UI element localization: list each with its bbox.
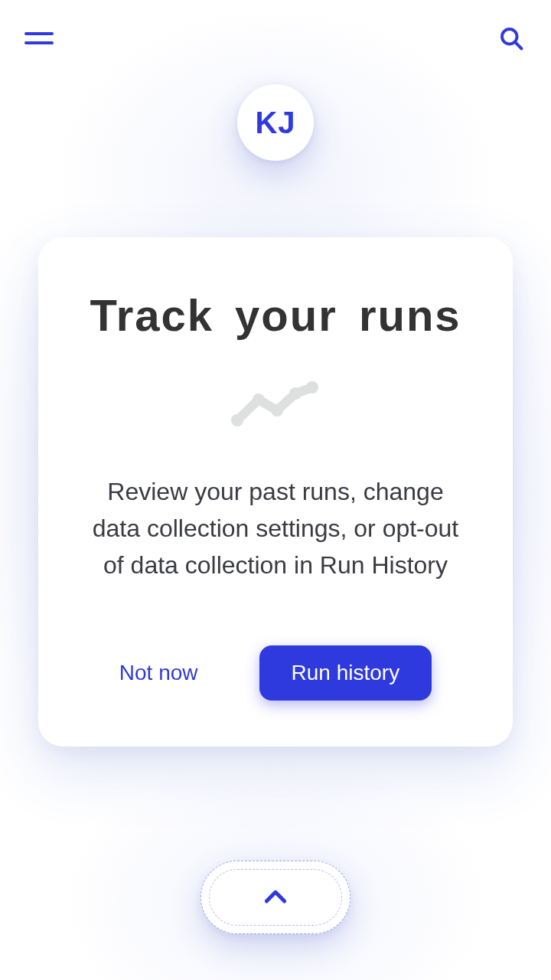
svg-point-5 [289,387,302,400]
avatar[interactable]: KJ [237,84,314,161]
svg-point-4 [271,404,283,416]
svg-point-3 [253,394,265,406]
not-now-button[interactable]: Not now [119,661,198,685]
card-body-text: Review your past runs, change data colle… [92,473,459,583]
card-actions: Not now Run history [80,645,471,708]
menu-icon[interactable] [24,23,55,54]
svg-line-1 [515,42,522,49]
svg-point-6 [306,381,318,394]
track-runs-card: Track your runs Review your past runs, c… [38,237,513,746]
chevron-up-icon [260,882,291,913]
search-icon[interactable] [496,23,527,54]
run-history-button[interactable]: Run history [259,645,432,701]
avatar-initials: KJ [255,106,295,140]
timeline-icon [230,378,321,435]
svg-point-2 [231,414,243,426]
card-title: Track your runs [90,291,461,340]
expand-button[interactable] [201,861,350,934]
top-bar [0,0,551,77]
